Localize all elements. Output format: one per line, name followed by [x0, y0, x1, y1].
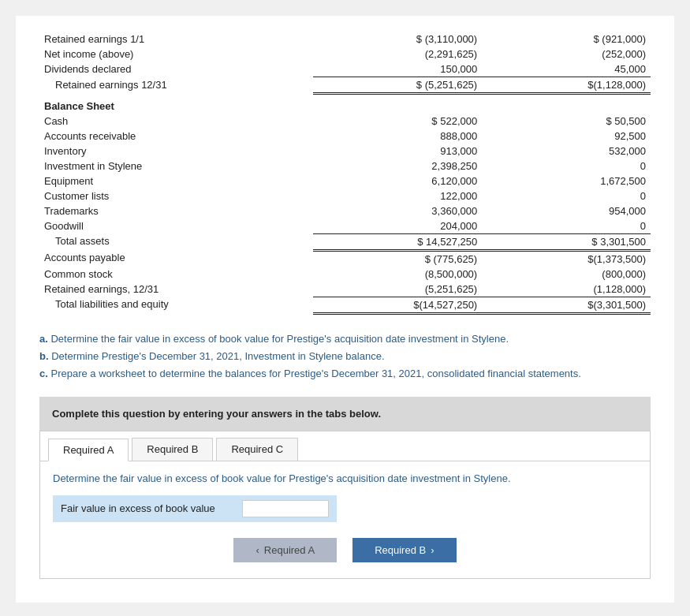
tabs-row: Required ARequired BRequired C [40, 431, 650, 461]
instruction-b-letter: b. [39, 350, 49, 362]
table-cell-label: Trademarks [39, 203, 313, 218]
table-cell-col2: 954,000 [482, 203, 651, 218]
table-cell-col1: $ 522,000 [313, 114, 482, 129]
financial-table: Retained earnings 1/1$ (3,110,000)$ (921… [39, 32, 651, 315]
table-row: Investment in Stylene2,398,2500 [39, 159, 651, 174]
instruction-a-letter: a. [39, 333, 48, 345]
table-row: Retained earnings 12/31$ (5,251,625)$(1,… [39, 77, 651, 94]
fair-value-input[interactable] [242, 500, 329, 517]
table-cell-label: Balance Sheet [39, 94, 313, 114]
table-row: Retained earnings, 12/31(5,251,625)(1,12… [39, 282, 651, 297]
tabs-container: Required ARequired BRequired C Determine… [39, 431, 651, 579]
table-cell-col1: $ (5,251,625) [313, 77, 482, 94]
table-cell-col2: 0 [482, 189, 651, 203]
table-cell-label: Accounts payable [39, 250, 313, 267]
instructions: a. Determine the fair value in excess of… [39, 330, 651, 383]
table-cell-col2: (1,128,000) [482, 282, 651, 297]
table-cell-label: Equipment [39, 174, 313, 189]
chevron-left-icon [255, 544, 259, 556]
table-cell-label: Total assets [39, 233, 313, 250]
table-cell-label: Net income (above) [39, 47, 313, 62]
complete-box: Complete this question by entering your … [39, 397, 651, 431]
prev-button-label: Required A [264, 544, 315, 556]
form-row: Fair value in excess of book value [53, 495, 337, 522]
table-cell-col2: 1,672,500 [482, 174, 651, 189]
table-cell-col2: 532,000 [482, 144, 651, 159]
table-cell-col1: (8,500,000) [313, 267, 482, 282]
table-row: Retained earnings 1/1$ (3,110,000)$ (921… [39, 32, 651, 47]
table-cell-label: Inventory [39, 144, 313, 159]
table-cell-label: Retained earnings, 12/31 [39, 282, 313, 297]
table-cell-col2: $ (921,000) [482, 32, 651, 47]
table-cell-col1 [313, 94, 482, 114]
table-row: Dividends declared150,00045,000 [39, 62, 651, 77]
table-row: Inventory913,000532,000 [39, 144, 651, 159]
form-label: Fair value in excess of book value [61, 502, 236, 514]
table-row: Goodwill204,0000 [39, 218, 651, 234]
next-button-label: Required B [375, 544, 426, 556]
table-cell-label: Customer lists [39, 189, 313, 203]
table-cell-col1: (2,291,625) [313, 47, 482, 62]
table-cell-col2: 0 [482, 218, 651, 234]
table-cell-col2: 92,500 [482, 129, 651, 144]
table-cell-col1: 2,398,250 [313, 159, 482, 174]
table-cell-label: Accounts receivable [39, 129, 313, 144]
table-cell-col2: 0 [482, 159, 651, 174]
prev-button[interactable]: Required A [233, 538, 337, 562]
tab-required-c[interactable]: Required C [216, 438, 298, 461]
table-cell-col1: 6,120,000 [313, 174, 482, 189]
table-cell-col1: 888,000 [313, 129, 482, 144]
instruction-c-text: Prepare a worksheet to determine the bal… [50, 368, 580, 379]
table-cell-col1: 122,000 [313, 189, 482, 203]
main-container: Retained earnings 1/1$ (3,110,000)$ (921… [16, 16, 674, 603]
table-row: Total liabilities and equity$(14,527,250… [39, 297, 651, 313]
table-cell-label: Retained earnings 1/1 [39, 32, 313, 47]
table-cell-col2: $ 50,500 [482, 114, 651, 129]
table-cell-col1: $ (775,625) [313, 250, 482, 267]
table-cell-label: Dividends declared [39, 62, 313, 77]
instruction-c-letter: c. [39, 368, 48, 379]
table-cell-col2: $(1,128,000) [482, 77, 651, 94]
table-cell-label: Goodwill [39, 218, 313, 234]
table-cell-col2: 45,000 [482, 62, 651, 77]
table-row: Common stock(8,500,000)(800,000) [39, 267, 651, 282]
table-cell-col1: $ 14,527,250 [313, 233, 482, 250]
table-cell-col1: 3,360,000 [313, 203, 482, 218]
complete-box-text: Complete this question by entering your … [52, 408, 381, 420]
table-cell-label: Total liabilities and equity [39, 297, 313, 313]
tab-required-b[interactable]: Required B [132, 438, 213, 461]
table-cell-label: Cash [39, 114, 313, 129]
tab-content: Determine the fair value in excess of bo… [40, 461, 650, 578]
table-cell-label: Investment in Stylene [39, 159, 313, 174]
table-cell-col2: $(1,373,500) [482, 250, 651, 267]
tab-description: Determine the fair value in excess of bo… [53, 472, 637, 484]
table-row: Cash$ 522,000$ 50,500 [39, 114, 651, 129]
table-cell-label: Common stock [39, 267, 313, 282]
table-cell-label: Retained earnings 12/31 [39, 77, 313, 94]
table-cell-col1: 204,000 [313, 218, 482, 234]
table-row: Customer lists122,0000 [39, 189, 651, 203]
table-row: Balance Sheet [39, 94, 651, 114]
instruction-b-text: Determine Prestige's December 31, 2021, … [51, 350, 384, 362]
nav-buttons: Required A Required B [53, 538, 637, 562]
instruction-a-text: Determine the fair value in excess of bo… [50, 333, 509, 345]
table-cell-col1: (5,251,625) [313, 282, 482, 297]
table-row: Equipment6,120,0001,672,500 [39, 174, 651, 189]
chevron-right-icon [431, 544, 434, 556]
table-cell-col1: 150,000 [313, 62, 482, 77]
table-row: Accounts payable$ (775,625)$(1,373,500) [39, 250, 651, 267]
table-cell-col2: (800,000) [482, 267, 651, 282]
table-row: Accounts receivable888,00092,500 [39, 129, 651, 144]
table-cell-col2: $(3,301,500) [482, 297, 651, 313]
table-cell-col1: $(14,527,250) [313, 297, 482, 313]
table-cell-col1: 913,000 [313, 144, 482, 159]
table-row: Total assets$ 14,527,250$ 3,301,500 [39, 233, 651, 250]
table-cell-col2 [482, 94, 651, 114]
table-row: Trademarks3,360,000954,000 [39, 203, 651, 218]
table-cell-col2: $ 3,301,500 [482, 233, 651, 250]
next-button[interactable]: Required B [352, 538, 456, 562]
tab-required-a[interactable]: Required A [48, 439, 129, 461]
table-row: Net income (above)(2,291,625)(252,000) [39, 47, 651, 62]
table-cell-col2: (252,000) [482, 47, 651, 62]
table-cell-col1: $ (3,110,000) [313, 32, 482, 47]
